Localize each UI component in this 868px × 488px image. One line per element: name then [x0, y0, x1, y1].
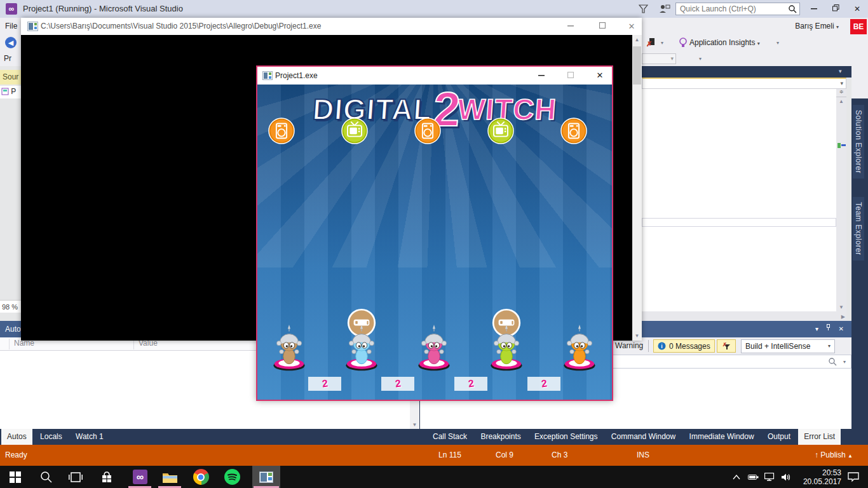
close-button[interactable]: ✕: [589, 67, 611, 85]
search-icon[interactable]: [788, 4, 797, 13]
machine-button-washer[interactable]: [268, 118, 295, 144]
quick-launch-box[interactable]: [675, 3, 800, 15]
quick-launch-input[interactable]: [676, 4, 788, 13]
publish-button[interactable]: ↑ Publish ▲: [815, 445, 853, 466]
disabled-combo[interactable]: ▾: [642, 53, 676, 64]
tab-solution-explorer[interactable]: Solution Explorer: [853, 105, 864, 179]
search-icon[interactable]: [828, 357, 837, 368]
navigate-back-icon[interactable]: ◀: [5, 37, 17, 48]
svg-text:∞: ∞: [9, 4, 15, 13]
close-icon[interactable]: ✕: [839, 321, 844, 337]
task-view-button[interactable]: [63, 466, 88, 488]
restore-button[interactable]: [825, 0, 846, 18]
errors-scope-combo[interactable]: Build + IntelliSense ▾: [741, 339, 835, 353]
editor-margin: [0, 98, 21, 300]
feedback-icon[interactable]: [659, 4, 670, 14]
chevron-down-icon[interactable]: ▾: [843, 359, 846, 365]
user-avatar-badge[interactable]: BE: [850, 19, 867, 34]
filter-button[interactable]: ✗: [717, 339, 736, 353]
machine-button-washer[interactable]: [414, 118, 441, 144]
taskbar-file-explorer[interactable]: [157, 466, 182, 488]
tab-call-stack[interactable]: Call Stack: [427, 429, 473, 445]
tab-exception-settings[interactable]: Exception Settings: [529, 429, 603, 445]
toolbar-overflow-icon[interactable]: ▾: [661, 40, 663, 46]
scroll-down-icon[interactable]: ▼: [836, 304, 846, 310]
application-insights-button[interactable]: Application Insights ▾: [689, 35, 760, 51]
editor-navigation-bar[interactable]: ▾: [642, 78, 846, 89]
close-button[interactable]: ✕: [621, 18, 642, 35]
scrollbar-thumb[interactable]: [633, 46, 641, 85]
scroll-right-icon[interactable]: ▶: [841, 314, 845, 320]
close-button[interactable]: ✕: [846, 0, 868, 18]
tray-volume[interactable]: [778, 466, 794, 488]
switch-tile[interactable]: 2: [381, 377, 414, 391]
tab-output[interactable]: Output: [762, 429, 796, 445]
pin-icon[interactable]: [825, 321, 831, 337]
scroll-down-icon[interactable]: ▼: [632, 333, 642, 339]
tab-breakpoints[interactable]: Breakpoints: [475, 429, 526, 445]
tray-battery[interactable]: [745, 466, 761, 488]
taskbar-project1-app[interactable]: [252, 466, 280, 488]
warning-count-label[interactable]: Warning: [615, 341, 643, 350]
switch-tile[interactable]: 2: [527, 377, 560, 391]
switch-tile[interactable]: 2: [308, 377, 341, 391]
tray-network[interactable]: [761, 466, 778, 488]
menu-file[interactable]: File: [5, 18, 17, 35]
game-titlebar[interactable]: Project1.exe ✕: [257, 67, 612, 85]
editor-vertical-scrollbar[interactable]: ≑ ▲ ▼: [836, 89, 846, 311]
robot-character-1[interactable]: [342, 322, 381, 371]
taskbar-chrome[interactable]: [188, 466, 214, 488]
robot-character-3[interactable]: [487, 322, 526, 371]
switch-tile[interactable]: 2: [454, 377, 487, 391]
store-button[interactable]: [94, 466, 119, 488]
maximize-button[interactable]: [592, 18, 613, 35]
machine-button-tv[interactable]: [341, 118, 368, 144]
minimize-button[interactable]: [803, 0, 825, 18]
taskbar-visual-studio[interactable]: ∞: [127, 466, 153, 488]
editor-horizontal-scrollbar[interactable]: ▶: [642, 311, 846, 321]
console-titlebar[interactable]: C:\Users\Barış\Documents\Visual Studio 2…: [21, 18, 642, 35]
info-icon: i: [658, 342, 666, 350]
maximize-button-disabled: [560, 67, 581, 85]
toolbar-overflow-icon-2[interactable]: ▾: [776, 40, 779, 46]
tab-error-list[interactable]: Error List: [798, 429, 841, 445]
filter-icon[interactable]: [639, 4, 648, 13]
action-center-button[interactable]: [844, 466, 863, 488]
taskbar-spotify[interactable]: [219, 466, 245, 488]
scroll-down-icon[interactable]: ▼: [410, 422, 419, 428]
console-scrollbar[interactable]: ▲ ▼: [632, 35, 642, 341]
editor-zoom-control[interactable]: 98 %: [0, 300, 21, 313]
minimize-button[interactable]: [531, 67, 552, 85]
navbar-dropdown-icon[interactable]: ▾: [840, 80, 843, 86]
chevron-up-icon: [733, 475, 740, 480]
messages-filter-button[interactable]: i 0 Messages: [653, 339, 715, 353]
stop-flag-icon[interactable]: ✗: [644, 37, 656, 48]
document-tabstrip: ▾: [642, 66, 851, 78]
tab-autos[interactable]: Autos: [1, 429, 32, 445]
tab-watch-1[interactable]: Watch 1: [70, 429, 109, 445]
tab-immediate-window[interactable]: Immediate Window: [684, 429, 760, 445]
splitter-handle[interactable]: ≑: [836, 89, 846, 97]
tab-locals[interactable]: Locals: [34, 429, 68, 445]
signed-in-user[interactable]: Barış Emeli ▾: [795, 18, 839, 35]
tablist-dropdown-icon[interactable]: ▾: [839, 68, 842, 74]
game-canvas[interactable]: DIGITAL2WITCH: [257, 85, 612, 400]
source-document-tab[interactable]: Sour: [0, 70, 21, 85]
machine-button-tv[interactable]: [487, 118, 514, 144]
robot-character-0[interactable]: [270, 322, 308, 371]
scroll-up-icon[interactable]: ▲: [836, 98, 846, 104]
clock-date: 20.05.2017: [799, 477, 841, 486]
robot-character-2[interactable]: [415, 322, 453, 371]
window-menu-icon[interactable]: ▾: [815, 321, 818, 337]
start-button[interactable]: [3, 466, 28, 488]
machine-button-washer[interactable]: [560, 118, 587, 144]
tray-show-hidden-icons[interactable]: [728, 466, 745, 488]
tray-clock[interactable]: 20:53 20.05.2017: [799, 468, 841, 486]
taskbar-search-button[interactable]: [34, 466, 59, 488]
tab-team-explorer[interactable]: Team Explorer: [853, 197, 864, 261]
scroll-up-icon[interactable]: ▲: [632, 37, 642, 43]
toolbar-overflow-icon-3[interactable]: ▾: [699, 56, 702, 62]
minimize-button[interactable]: [560, 18, 581, 35]
robot-character-4[interactable]: [560, 322, 599, 371]
tab-command-window[interactable]: Command Window: [606, 429, 681, 445]
